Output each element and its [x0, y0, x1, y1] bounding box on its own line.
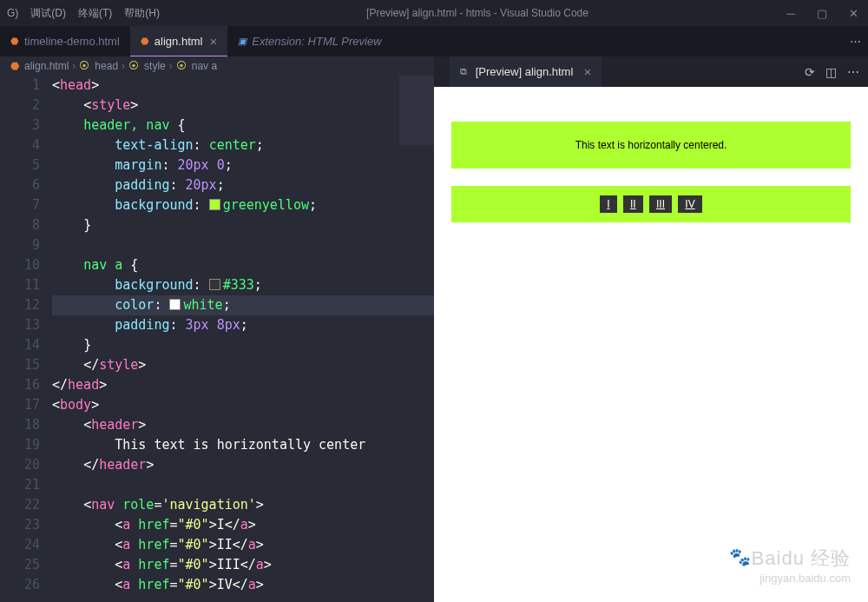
html-file-icon: ⬣ [10, 60, 19, 72]
menu-item-help[interactable]: 帮助(H) [124, 6, 160, 21]
tab-label: timeline-demo.html [24, 35, 120, 48]
watermark: 🐾Baidu 经验 jingyan.baidu.com [729, 546, 851, 585]
preview-pane: ⧉ [Preview] align.html × ⟳ ◫ ⋯ This text… [434, 56, 868, 602]
preview-nav-link[interactable]: I [600, 195, 616, 213]
menu-item-terminal[interactable]: 终端(T) [78, 6, 112, 21]
tab-preview[interactable]: ⧉ [Preview] align.html × [450, 56, 602, 87]
preview-nav: I II III IV [451, 186, 851, 222]
preview-tab-bar: ⧉ [Preview] align.html × ⟳ ◫ ⋯ [434, 56, 868, 87]
breadcrumb-node[interactable]: style [144, 60, 166, 72]
tag-icon: ⦿ [79, 60, 89, 72]
close-icon[interactable]: × [580, 64, 591, 79]
paw-icon: 🐾 [729, 547, 752, 566]
tab-label: align.html [155, 35, 203, 48]
extension-icon: ▣ [238, 36, 247, 47]
preview-header: This text is horizontally centered. [451, 122, 851, 169]
window-minimize-icon[interactable]: ─ [783, 7, 799, 20]
tab-timeline-demo[interactable]: ⬣ timeline-demo.html [0, 26, 130, 56]
window-title: [Preview] align.html - htmls - Visual St… [172, 7, 783, 19]
split-editor-icon[interactable]: ◫ [825, 65, 837, 79]
tab-label: [Preview] align.html [476, 65, 574, 78]
tag-icon: ⦿ [176, 60, 187, 72]
more-actions-icon[interactable]: ⋯ [847, 65, 859, 79]
breadcrumb[interactable]: ⬣ align.html › ⦿ head › ⦿ style › ⦿ nav … [0, 56, 434, 76]
close-icon[interactable]: × [209, 34, 217, 49]
tag-icon: ⦿ [128, 60, 139, 72]
preview-nav-link[interactable]: III [649, 195, 672, 213]
tab-label: Extension: HTML Preview [252, 35, 381, 48]
breadcrumb-node[interactable]: head [95, 60, 118, 72]
preview-nav-link[interactable]: II [623, 195, 643, 213]
code-area[interactable]: <head> <style> header, nav { text-align:… [52, 76, 434, 602]
preview-viewport: This text is horizontally centered. I II… [434, 87, 868, 602]
tab-extension-preview[interactable]: ▣ Extension: HTML Preview [227, 26, 391, 56]
line-number-gutter: 1234567891011121314151617181920212223242… [0, 76, 52, 602]
window-maximize-icon[interactable]: ▢ [814, 7, 830, 20]
breadcrumb-file[interactable]: align.html [24, 60, 69, 72]
breadcrumb-node[interactable]: nav a [192, 60, 217, 72]
menu-bar: G) 调试(D) 终端(T) 帮助(H) [Preview] align.htm… [0, 0, 868, 26]
refresh-icon[interactable]: ⟳ [805, 65, 815, 79]
preview-icon: ⧉ [460, 66, 467, 77]
tab-overflow-icon[interactable]: ⋯ [842, 26, 868, 56]
editor-tab-bar: ⬣ timeline-demo.html ⬣ align.html × ▣ Ex… [0, 26, 868, 56]
tab-align-html[interactable]: ⬣ align.html × [130, 26, 227, 56]
menu-item-go[interactable]: G) [7, 7, 18, 19]
preview-nav-link[interactable]: IV [678, 195, 701, 213]
window-close-icon[interactable]: ✕ [845, 7, 861, 20]
menu-item-debug[interactable]: 调试(D) [30, 6, 66, 21]
html-file-icon: ⬣ [141, 36, 149, 47]
html-file-icon: ⬣ [10, 36, 19, 47]
code-editor-pane: ⬣ align.html › ⦿ head › ⦿ style › ⦿ nav … [0, 56, 434, 602]
minimap[interactable] [399, 76, 434, 162]
code-editor[interactable]: 1234567891011121314151617181920212223242… [0, 76, 434, 602]
